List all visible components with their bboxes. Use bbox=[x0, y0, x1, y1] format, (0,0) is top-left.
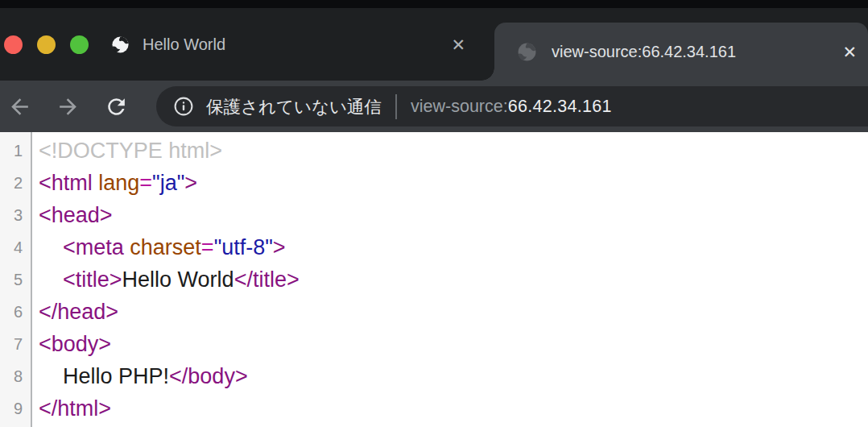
code-segment-tag: </head> bbox=[39, 300, 118, 324]
minimize-window-button[interactable] bbox=[37, 35, 56, 54]
code-segment-plain: Hello World bbox=[122, 267, 234, 292]
code-segment-val: "utf-8" bbox=[214, 235, 273, 259]
reload-icon bbox=[104, 94, 129, 119]
code-segment-plain bbox=[39, 235, 63, 259]
tab-strip: Hello World ✕ view-source:66.42.34.161 ✕ bbox=[0, 8, 868, 81]
code-segment-tag: > bbox=[184, 171, 197, 195]
line-number: 6 bbox=[0, 296, 31, 328]
code-segment-tag: > bbox=[273, 235, 286, 259]
address-bar[interactable]: 保護されていない通信 view-source: 66.42.34.161 bbox=[156, 86, 868, 126]
tab-title: view-source:66.42.34.161 bbox=[552, 43, 842, 61]
code-line: <head> bbox=[39, 199, 868, 231]
info-icon[interactable] bbox=[173, 96, 194, 117]
browser-window: Hello World ✕ view-source:66.42.34.161 ✕ bbox=[0, 0, 868, 427]
tab-view-source[interactable]: view-source:66.42.34.161 ✕ bbox=[494, 23, 868, 81]
line-number: 4 bbox=[0, 231, 31, 263]
code-segment-doctype: <!DOCTYPE html> bbox=[39, 139, 222, 163]
security-status-label: 保護されていない通信 bbox=[206, 95, 382, 118]
code-segment-tag: <body> bbox=[39, 332, 111, 356]
code-segment-tag: </body> bbox=[169, 364, 248, 388]
code-line: </head> bbox=[39, 296, 868, 328]
code-line: <html lang="ja"> bbox=[39, 167, 868, 199]
code-segment-tag: </html> bbox=[39, 396, 111, 421]
line-number: 3 bbox=[0, 199, 31, 231]
tab-close-icon[interactable]: ✕ bbox=[451, 36, 465, 53]
code-segment-tag: </title> bbox=[234, 267, 300, 292]
tab-title: Hello World bbox=[143, 35, 451, 54]
address-bar-separator bbox=[395, 94, 397, 119]
tab-hello-world[interactable]: Hello World ✕ bbox=[98, 8, 494, 81]
line-number: 8 bbox=[0, 360, 31, 392]
code-line: <!DOCTYPE html> bbox=[39, 135, 868, 167]
code-segment-tag: <meta bbox=[63, 235, 130, 259]
line-number: 2 bbox=[0, 167, 31, 199]
url-host-text: 66.42.34.161 bbox=[508, 97, 612, 117]
line-number: 1 bbox=[0, 135, 31, 167]
forward-arrow-icon bbox=[56, 94, 81, 119]
globe-favicon-icon bbox=[517, 42, 537, 62]
navigation-toolbar: 保護されていない通信 view-source: 66.42.34.161 bbox=[0, 81, 868, 132]
window-controls bbox=[0, 8, 98, 81]
code-segment-plain: Hello PHP! bbox=[39, 364, 169, 388]
window-frame-top bbox=[0, 0, 868, 8]
code-segment-attr: charset bbox=[130, 235, 201, 259]
line-number-gutter: 123456789 bbox=[0, 132, 32, 427]
close-window-button[interactable] bbox=[4, 35, 23, 54]
tab-close-icon[interactable]: ✕ bbox=[842, 44, 857, 60]
fullscreen-window-button[interactable] bbox=[70, 35, 89, 54]
globe-favicon-icon bbox=[111, 35, 130, 54]
code-segment-attr: lang bbox=[98, 171, 139, 195]
url-scheme-text: view-source: bbox=[411, 97, 508, 117]
line-number: 9 bbox=[0, 392, 31, 425]
code-line: <meta charset="utf-8"> bbox=[39, 231, 868, 263]
code-segment-tag: <head> bbox=[39, 203, 113, 227]
view-source-content: 123456789 <!DOCTYPE html><html lang="ja"… bbox=[0, 132, 868, 427]
code-segment-tag: <html bbox=[39, 171, 98, 195]
code-line: <body> bbox=[39, 328, 868, 360]
code-segment-eq: = bbox=[201, 235, 214, 259]
line-number: 5 bbox=[0, 263, 31, 296]
source-code: <!DOCTYPE html><html lang="ja"><head> <m… bbox=[32, 132, 868, 427]
back-arrow-icon bbox=[7, 94, 32, 119]
line-number: 7 bbox=[0, 328, 31, 360]
code-segment-plain bbox=[39, 267, 63, 292]
back-button[interactable] bbox=[2, 89, 37, 124]
code-segment-eq: = bbox=[139, 171, 152, 195]
code-line: Hello PHP!</body> bbox=[39, 360, 868, 392]
code-line: <title>Hello World</title> bbox=[39, 263, 868, 296]
reload-button[interactable] bbox=[98, 89, 134, 124]
code-segment-tag: <title> bbox=[63, 267, 122, 292]
forward-button[interactable] bbox=[50, 89, 85, 124]
code-segment-val: "ja" bbox=[152, 171, 184, 195]
code-line: </html> bbox=[39, 392, 868, 425]
